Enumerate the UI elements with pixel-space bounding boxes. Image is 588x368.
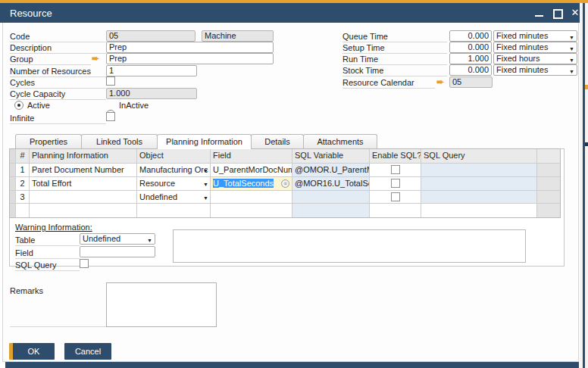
tab-planning-information[interactable]: Planning Information bbox=[157, 134, 252, 149]
row-selector[interactable] bbox=[10, 164, 16, 177]
warning-information-title: Warning Information: bbox=[15, 223, 92, 232]
sql-variable-cell[interactable]: @MOR16.U_TotalSeco bbox=[292, 177, 370, 191]
background-icon-fragment bbox=[585, 142, 588, 146]
col-header-sql-variable[interactable]: SQL Variable bbox=[292, 149, 370, 164]
field-cell[interactable] bbox=[211, 191, 292, 204]
scrollbar-track[interactable] bbox=[537, 177, 560, 191]
col-header-filler bbox=[537, 149, 560, 164]
scrollbar-track[interactable] bbox=[537, 191, 560, 204]
group-link-arrow-icon[interactable]: ➨ bbox=[92, 53, 99, 64]
row-selector-header bbox=[10, 149, 16, 164]
object-cell-combo[interactable]: Manufacturing Orc ▼ bbox=[137, 164, 211, 177]
queue-time-field[interactable]: 0.000 bbox=[449, 30, 492, 42]
chevron-down-icon: ▼ bbox=[569, 55, 574, 64]
run-time-label: Run Time bbox=[342, 54, 447, 65]
filler-cell bbox=[370, 204, 421, 217]
stock-time-label: Stock Time bbox=[342, 65, 447, 76]
enable-sql-cell bbox=[370, 164, 421, 177]
chevron-down-icon: ▼ bbox=[569, 67, 574, 76]
object-cell-combo[interactable]: Resource ▼ bbox=[137, 177, 211, 191]
infinite-label: Infinite bbox=[10, 113, 106, 124]
object-cell-value: Resource bbox=[139, 179, 175, 188]
sql-variable-cell[interactable] bbox=[292, 191, 370, 204]
run-time-unit-value: Fixed hours bbox=[496, 54, 540, 63]
run-time-unit-combo[interactable]: Fixed hours ▼ bbox=[493, 53, 577, 64]
warning-field-input[interactable] bbox=[80, 246, 155, 257]
code-field[interactable]: 05 bbox=[106, 30, 195, 42]
setup-time-unit-value: Fixed minutes bbox=[496, 42, 548, 51]
stock-time-unit-value: Fixed minutes bbox=[496, 65, 548, 74]
tab-attachments[interactable]: Attachments bbox=[303, 134, 377, 148]
planning-information-cell[interactable] bbox=[30, 191, 137, 204]
planning-information-cell[interactable]: Paret Document Number bbox=[30, 164, 137, 177]
infinite-checkbox[interactable] bbox=[106, 112, 115, 121]
group-field[interactable]: Prep bbox=[106, 53, 274, 64]
warning-sql-query-checkbox[interactable] bbox=[80, 259, 89, 268]
object-cell-value: Undefined bbox=[139, 192, 177, 201]
cycle-capacity-field[interactable]: 1.000 bbox=[106, 88, 197, 99]
enable-sql-checkbox[interactable] bbox=[391, 192, 400, 201]
maximize-button[interactable] bbox=[551, 7, 563, 19]
object-cell-combo[interactable]: Undefined ▼ bbox=[137, 191, 211, 204]
field-cell-editing[interactable]: U_TotalSeconds ≡ bbox=[211, 177, 292, 191]
queue-time-unit-value: Fixed minutes bbox=[496, 31, 548, 40]
tab-details[interactable]: Details bbox=[251, 134, 304, 148]
row-num-cell[interactable]: 3 bbox=[16, 191, 30, 204]
run-time-field[interactable]: 1.000 bbox=[449, 53, 492, 64]
chevron-down-icon: ▼ bbox=[203, 164, 208, 177]
remarks-textarea[interactable] bbox=[106, 282, 217, 327]
cancel-button[interactable]: Cancel bbox=[64, 343, 111, 360]
choose-from-list-icon[interactable]: ≡ bbox=[281, 179, 289, 188]
row-selector[interactable] bbox=[10, 191, 16, 204]
setup-time-field[interactable]: 0.000 bbox=[449, 42, 492, 53]
enable-sql-checkbox[interactable] bbox=[391, 179, 400, 188]
group-label: Group bbox=[10, 54, 91, 65]
scrollbar-track[interactable] bbox=[537, 164, 560, 177]
row-selector[interactable] bbox=[10, 177, 16, 191]
col-header-field[interactable]: Field bbox=[211, 149, 292, 164]
window-bottom-edge bbox=[5, 362, 579, 368]
row-num-cell[interactable]: 2 bbox=[16, 177, 30, 191]
filler-cell bbox=[421, 204, 537, 217]
minimize-button[interactable] bbox=[533, 7, 545, 19]
ok-button[interactable]: OK bbox=[9, 343, 55, 360]
cycles-checkbox[interactable] bbox=[106, 76, 115, 86]
sql-variable-cell[interactable]: @OMOR.U_ParentMo bbox=[292, 164, 370, 177]
chevron-down-icon: ▼ bbox=[569, 44, 574, 53]
chevron-down-icon: ▼ bbox=[569, 33, 574, 42]
sql-query-cell[interactable] bbox=[421, 191, 537, 204]
sql-query-cell[interactable] bbox=[421, 164, 537, 177]
queue-time-unit-combo[interactable]: Fixed minutes ▼ bbox=[493, 30, 577, 42]
warning-sql-query-textarea[interactable] bbox=[173, 229, 526, 263]
warning-table-combo[interactable]: Undefined ▼ bbox=[80, 233, 155, 245]
col-header-enable-sql[interactable]: Enable SQL? bbox=[370, 149, 421, 164]
warning-table-label: Table bbox=[15, 235, 80, 246]
remarks-label-line bbox=[10, 326, 106, 327]
tab-linked-tools[interactable]: Linked Tools bbox=[81, 134, 158, 148]
col-header-object[interactable]: Object bbox=[137, 149, 211, 164]
col-header-planning-information[interactable]: Planning Information bbox=[30, 149, 137, 164]
tab-properties[interactable]: Properties bbox=[15, 134, 82, 148]
resource-calendar-field[interactable]: 05 bbox=[449, 76, 493, 88]
number-of-resources-field[interactable]: 1 bbox=[106, 65, 197, 76]
enable-sql-checkbox[interactable] bbox=[391, 165, 400, 174]
scrollbar-track[interactable] bbox=[537, 204, 560, 217]
col-header-sql-query[interactable]: SQL Query bbox=[421, 149, 537, 164]
field-cell[interactable]: U_ParentMorDocNum bbox=[211, 164, 292, 177]
active-radio[interactable] bbox=[14, 101, 23, 110]
titlebar[interactable]: Resource ✕ bbox=[0, 3, 580, 23]
planning-information-cell[interactable]: Total Effort bbox=[30, 177, 137, 191]
stock-time-field[interactable]: 0.000 bbox=[449, 64, 492, 76]
resource-type-field[interactable]: Machine bbox=[202, 30, 274, 42]
enable-sql-cell bbox=[370, 177, 421, 191]
row-num-cell[interactable]: 1 bbox=[16, 164, 30, 177]
sql-query-cell[interactable] bbox=[421, 177, 537, 191]
stock-time-unit-combo[interactable]: Fixed minutes ▼ bbox=[493, 64, 577, 76]
setup-time-unit-combo[interactable]: Fixed minutes ▼ bbox=[493, 42, 577, 53]
col-header-num[interactable]: # bbox=[16, 149, 30, 164]
description-field[interactable]: Prep bbox=[106, 42, 274, 53]
minimize-icon bbox=[535, 15, 543, 17]
resource-calendar-link-arrow-icon[interactable]: ➨ bbox=[436, 76, 444, 87]
enable-sql-cell bbox=[370, 191, 421, 204]
resource-dialog: Resource ✕ Code 05 Machine Description P… bbox=[0, 0, 588, 368]
